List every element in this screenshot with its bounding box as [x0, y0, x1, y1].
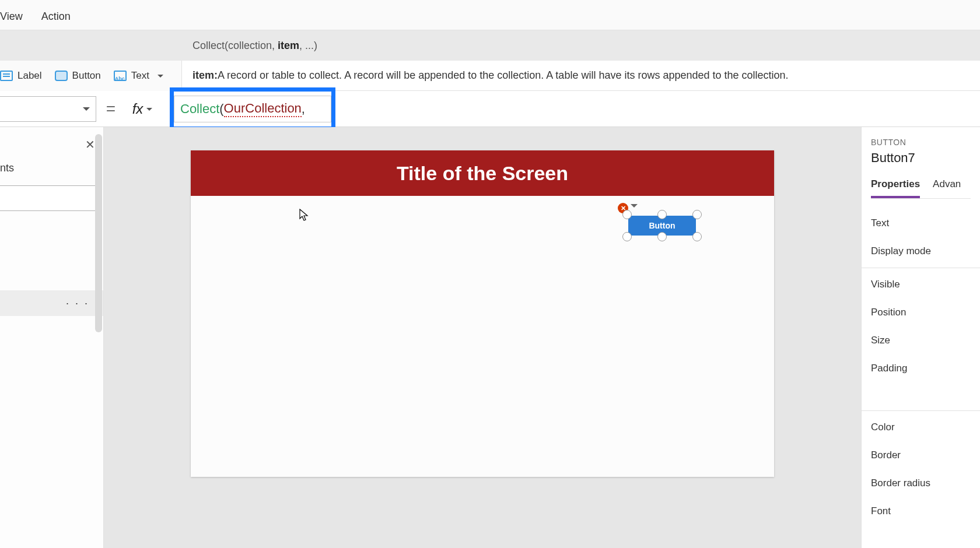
- resize-handle-tl[interactable]: [622, 210, 632, 219]
- tree-scrollbar-thumb[interactable]: [95, 134, 102, 332]
- param-name: item:: [192, 69, 218, 82]
- tab-advanced[interactable]: Advan: [933, 178, 961, 198]
- ribbon-text-dropdown[interactable]: Text: [114, 70, 163, 82]
- ribbon-label-btn[interactable]: Label: [0, 70, 42, 82]
- close-icon[interactable]: ✕: [85, 138, 95, 152]
- ribbon-insert-group: Label Button Text: [0, 61, 182, 91]
- sig-pre: Collect(collection,: [192, 40, 278, 51]
- fx-expand-button[interactable]: fx: [125, 101, 159, 117]
- workspace: ✕ nts · · · Title of the Screen Button: [0, 127, 980, 548]
- error-chevron-icon[interactable]: [631, 204, 638, 211]
- prop-visible[interactable]: Visible: [871, 271, 971, 298]
- properties-list: Text Display mode Visible Position Size …: [871, 209, 971, 525]
- prop-divider: [862, 268, 980, 268]
- tab-properties[interactable]: Properties: [871, 178, 920, 198]
- tree-heading-fragment: nts: [0, 162, 14, 174]
- ribbon-label-text: Label: [18, 70, 42, 82]
- properties-tabs: Properties Advan: [871, 178, 971, 199]
- button-icon: [55, 71, 68, 81]
- menu-view[interactable]: View: [0, 10, 32, 30]
- tok-open-paren: (: [219, 101, 223, 117]
- intellisense-signature: Collect(collection, item, ...): [192, 40, 317, 52]
- resize-handle-br[interactable]: [692, 232, 702, 241]
- prop-padding[interactable]: Padding: [871, 354, 971, 382]
- formula-input-area[interactable]: Collect(OurCollection,: [159, 91, 980, 127]
- canvas-screen[interactable]: Title of the Screen: [191, 150, 774, 477]
- prop-size[interactable]: Size: [871, 326, 971, 354]
- prop-display-mode[interactable]: Display mode: [871, 237, 971, 265]
- intellisense-signature-bar: Label Button Text Collect(collection, it…: [0, 30, 980, 61]
- tok-function: Collect: [180, 101, 219, 117]
- control-name[interactable]: Button7: [871, 150, 971, 166]
- equals-sign: =: [96, 100, 125, 118]
- tree-search-input[interactable]: [0, 185, 98, 211]
- prop-border[interactable]: Border: [871, 441, 971, 469]
- prop-position[interactable]: Position: [871, 298, 971, 326]
- prop-border-radius[interactable]: Border radius: [871, 469, 971, 497]
- resize-handle-tm[interactable]: [657, 210, 667, 219]
- prop-text[interactable]: Text: [871, 209, 971, 237]
- tok-comma: ,: [302, 101, 305, 117]
- fx-icon: fx: [132, 101, 144, 117]
- formula-bar: = fx Collect(OurCollection,: [0, 91, 980, 127]
- prop-color[interactable]: Color: [871, 413, 971, 441]
- resize-handle-tr[interactable]: [692, 210, 702, 219]
- tok-identifier: OurCollection: [224, 101, 302, 117]
- mouse-cursor-icon: [299, 209, 309, 224]
- top-menubar: View Action: [0, 0, 980, 30]
- sig-post: , ...): [299, 40, 317, 51]
- more-icon[interactable]: · · ·: [66, 297, 89, 310]
- screen-title-label[interactable]: Title of the Screen: [191, 150, 774, 196]
- control-type-label: BUTTON: [871, 138, 971, 147]
- canvas-button[interactable]: Button: [628, 216, 696, 236]
- properties-panel: BUTTON Button7 Properties Advan Text Dis…: [861, 127, 980, 548]
- canvas-area[interactable]: Title of the Screen Button: [104, 127, 861, 548]
- prop-divider-2: [862, 410, 980, 411]
- param-desc: A record or table to collect. A record w…: [218, 69, 789, 82]
- menu-action[interactable]: Action: [32, 10, 80, 30]
- resize-handle-bm[interactable]: [657, 232, 667, 241]
- ribbon-button-text: Button: [72, 70, 101, 82]
- sig-current-param: item: [278, 40, 299, 51]
- canvas-button-text: Button: [649, 221, 675, 230]
- formula-text[interactable]: Collect(OurCollection,: [174, 96, 331, 122]
- prop-spacer: [871, 382, 971, 408]
- tree-view-panel: ✕ nts · · ·: [0, 127, 104, 548]
- label-icon: [0, 71, 13, 81]
- resize-handle-bl[interactable]: [622, 232, 632, 241]
- tree-selected-row[interactable]: · · ·: [0, 290, 103, 316]
- selected-button-control[interactable]: Button: [628, 216, 696, 236]
- text-icon: [114, 71, 127, 81]
- ribbon-button-btn[interactable]: Button: [55, 70, 101, 82]
- ribbon-text-label: Text: [131, 70, 149, 82]
- property-selector-dropdown[interactable]: [0, 96, 96, 122]
- prop-font[interactable]: Font: [871, 497, 971, 525]
